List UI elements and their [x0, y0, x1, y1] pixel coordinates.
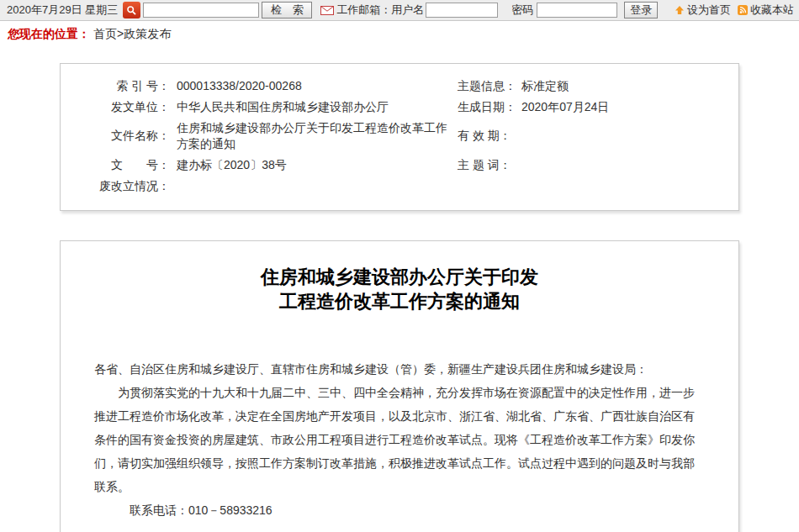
document-title-line1: 住房和城乡建设部办公厅关于印发 — [94, 265, 705, 289]
meta-value: 标准定额 — [516, 79, 569, 94]
breadcrumb-path[interactable]: 首页>政策发布 — [93, 27, 171, 42]
document-title-line2: 工程造价改革工作方案的通知 — [94, 289, 705, 313]
document-title: 住房和城乡建设部办公厅关于印发 工程造价改革工作方案的通知 — [94, 265, 705, 313]
username-label: 用户名 — [391, 3, 424, 18]
meta-row-validity: 有 效 期： — [458, 118, 738, 155]
meta-row-keywords: 主 题 词： — [458, 155, 738, 176]
meta-label: 主 题 词： — [458, 158, 511, 173]
meta-left-column: 索 引 号： 000013338/2020-00268 发文单位： 中华人民共和… — [61, 76, 458, 197]
contact-phone: 联系电话：010－58933216 — [94, 498, 705, 522]
favorite-link[interactable]: 收藏本站 — [738, 3, 794, 18]
meta-label: 文 号： — [61, 158, 170, 173]
meta-row-generate-date: 生成日期： 2020年07月24日 — [458, 97, 738, 118]
meta-value: 2020年07月24日 — [516, 100, 609, 115]
document-body: 各省、自治区住房和城乡建设厅、直辖市住房和城乡建设（管）委，新疆生产建设兵团住房… — [94, 357, 705, 532]
meta-label: 废改立情况： — [61, 179, 170, 194]
search-button[interactable]: 检 索 — [262, 2, 312, 18]
mail-icon — [320, 6, 334, 15]
breadcrumb: 您现在的位置： 首页>政策发布 — [0, 21, 799, 47]
meta-value: 000013338/2020-00268 — [170, 78, 302, 94]
meta-label: 生成日期： — [458, 100, 516, 115]
meta-label: 有 效 期： — [458, 129, 511, 144]
meta-row-issuing-unit: 发文单位： 中华人民共和国住房和城乡建设部办公厅 — [61, 97, 458, 118]
document-salutation: 各省、自治区住房和城乡建设厅、直辖市住房和城乡建设（管）委，新疆生产建设兵团住房… — [94, 357, 705, 381]
work-mail-label: 工作邮箱： — [336, 3, 391, 18]
home-arrow-icon — [675, 5, 685, 15]
page-body: 索 引 号： 000013338/2020-00268 发文单位： 中华人民共和… — [0, 47, 799, 532]
username-input[interactable] — [426, 3, 498, 18]
login-button[interactable]: 登录 — [624, 2, 658, 18]
meta-value: 住房和城乡建设部办公厅关于印发工程造价改革工作方案的通知 — [170, 120, 456, 152]
current-date: 2020年7月29日 星期三 — [7, 3, 118, 18]
favorite-label: 收藏本站 — [750, 3, 794, 18]
password-label: 密码 — [511, 3, 533, 18]
meta-label: 发文单位： — [61, 100, 170, 115]
meta-label: 索 引 号： — [61, 79, 170, 94]
set-home-link[interactable]: 设为首页 — [675, 3, 731, 18]
meta-value: 建办标〔2020〕38号 — [170, 157, 287, 173]
set-home-label: 设为首页 — [687, 3, 731, 18]
password-input[interactable] — [537, 3, 617, 18]
search-icon[interactable] — [123, 2, 140, 18]
meta-label: 文件名称： — [61, 129, 170, 144]
top-bar: 2020年7月29日 星期三 检 索 工作邮箱： 用户名 密码 登录 设为首页 — [0, 0, 799, 21]
meta-row-topic-info: 主题信息： 标准定额 — [458, 76, 738, 97]
meta-label: 主题信息： — [458, 79, 516, 94]
search-input[interactable] — [143, 3, 259, 18]
meta-row-index-number: 索 引 号： 000013338/2020-00268 — [61, 76, 458, 97]
meta-row-repeal-status: 废改立情况： — [61, 176, 458, 197]
breadcrumb-prefix: 您现在的位置： — [8, 27, 90, 42]
meta-value: 中华人民共和国住房和城乡建设部办公厅 — [170, 99, 389, 115]
meta-row-document-name: 文件名称： 住房和城乡建设部办公厅关于印发工程造价改革工作方案的通知 — [61, 118, 458, 155]
document-content-box: 住房和城乡建设部办公厅关于印发 工程造价改革工作方案的通知 各省、自治区住房和城… — [60, 240, 739, 532]
document-paragraph: 为贯彻落实党的十九大和十九届二中、三中、四中全会精神，充分发挥市场在资源配置中的… — [94, 381, 705, 498]
meta-row-document-number: 文 号： 建办标〔2020〕38号 — [61, 155, 458, 176]
document-meta-box: 索 引 号： 000013338/2020-00268 发文单位： 中华人民共和… — [60, 63, 739, 211]
bookmark-icon — [738, 5, 748, 15]
meta-right-column: 主题信息： 标准定额 生成日期： 2020年07月24日 有 效 期： 主 题 … — [458, 76, 738, 197]
